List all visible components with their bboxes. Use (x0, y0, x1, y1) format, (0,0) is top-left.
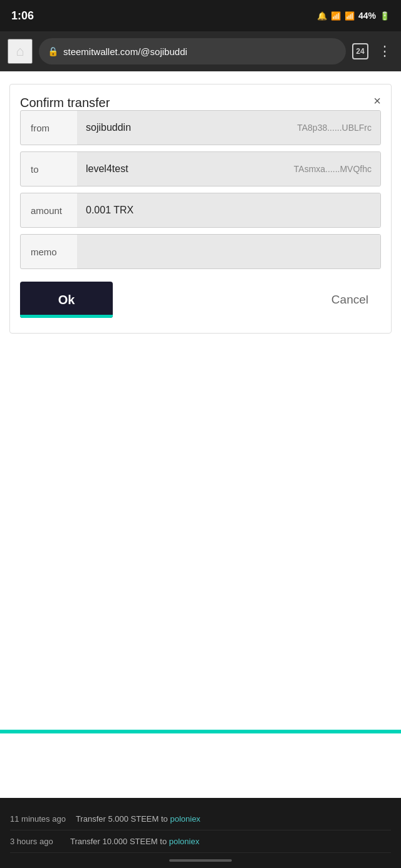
tx-time-1: 11 minutes ago (10, 814, 66, 824)
tab-count-badge[interactable]: 24 (352, 43, 368, 59)
tx-link-1[interactable]: poloniex (170, 814, 200, 824)
alarm-icon: 🔔 (317, 11, 327, 21)
browser-menu-button[interactable]: ⋮ (375, 43, 393, 59)
battery-indicator: 44% (358, 11, 376, 21)
browser-bar: ⌂ 🔒 steemitwallet.com/@sojibuddi 24 ⋮ (0, 31, 401, 71)
ok-button[interactable]: Ok (20, 282, 113, 318)
memo-label: memo (21, 247, 77, 257)
buttons-row: Ok Cancel (20, 282, 381, 318)
amount-value: 0.001 TRX (86, 205, 133, 216)
tx-link-2[interactable]: poloniex (169, 837, 199, 846)
home-icon: ⌂ (16, 43, 24, 59)
memo-row: memo (20, 234, 381, 269)
memo-input[interactable] (77, 235, 380, 268)
from-value-container: sojibuddin TA8p38......UBLFrc (77, 111, 380, 145)
url-text: steemitwallet.com/@sojibuddi (63, 46, 337, 57)
scroll-indicator (169, 859, 232, 862)
status-bar: 1:06 🔔 📶 📶 44% 🔋 (0, 0, 401, 31)
amount-row: amount 0.001 TRX (20, 193, 381, 228)
transaction-item: 11 minutes ago Transfer 5.000 STEEM to p… (10, 808, 391, 830)
battery-icon: 🔋 (380, 11, 390, 21)
to-address: TAsmxa......MVQfhc (294, 164, 372, 174)
teal-accent-bar (0, 730, 401, 733)
confirm-transfer-dialog: Confirm transfer × from sojibuddin TA8p3… (9, 84, 392, 334)
url-bar[interactable]: 🔒 steemitwallet.com/@sojibuddi (39, 38, 346, 64)
tx-desc-1: Transfer 5.000 STEEM to poloniex (76, 814, 200, 824)
status-icons: 🔔 📶 📶 44% 🔋 (317, 11, 390, 21)
dialog-title: Confirm transfer (20, 96, 110, 110)
transaction-history: 11 minutes ago Transfer 5.000 STEEM to p… (0, 798, 401, 868)
from-value: sojibuddin (86, 122, 131, 133)
transaction-item-2: 3 hours ago Transfer 10.000 STEEM to pol… (10, 830, 391, 853)
status-time: 1:06 (11, 9, 34, 23)
signal-icon: 📶 (345, 11, 355, 21)
amount-label: amount (21, 205, 77, 216)
to-row: to level4test TAsmxa......MVQfhc (20, 151, 381, 186)
main-content: Confirm transfer × from sojibuddin TA8p3… (0, 71, 401, 635)
to-value-container: level4test TAsmxa......MVQfhc (77, 152, 380, 186)
tx-desc-2: Transfer 10.000 STEEM to poloniex (70, 837, 199, 846)
to-label: to (21, 164, 77, 175)
wifi-icon: 📶 (331, 11, 341, 21)
amount-value-container: 0.001 TRX (77, 193, 380, 227)
cancel-button[interactable]: Cancel (319, 287, 381, 313)
home-button[interactable]: ⌂ (8, 39, 33, 64)
close-button[interactable]: × (373, 94, 381, 107)
lock-icon: 🔒 (48, 46, 58, 56)
from-address: TA8p38......UBLFrc (297, 123, 372, 133)
to-value: level4test (86, 163, 128, 175)
tx-time-2: 3 hours ago (10, 837, 60, 846)
from-row: from sojibuddin TA8p38......UBLFrc (20, 110, 381, 145)
from-label: from (21, 123, 77, 133)
